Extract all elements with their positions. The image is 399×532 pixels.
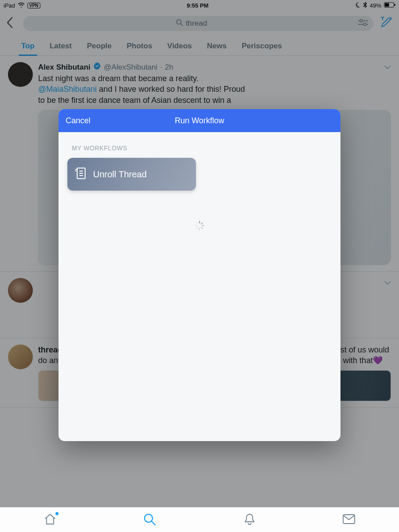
sheet-header: Cancel Run Workflow [59,109,340,132]
document-icon [75,167,87,182]
sheet-title: Run Workflow [175,116,224,125]
svg-line-18 [201,227,203,229]
tab-home-button[interactable] [43,513,57,527]
tab-search-button[interactable] [143,513,156,527]
workflow-card-unroll-thread[interactable]: Unroll Thread [67,158,196,191]
svg-line-24 [152,521,155,525]
cancel-button[interactable]: Cancel [66,109,90,132]
svg-line-16 [201,223,203,224]
svg-line-22 [197,223,198,224]
section-label: MY WORKFLOWS [72,145,332,152]
workflow-label: Unroll Thread [93,169,147,180]
svg-line-20 [197,227,198,229]
bottom-tab-bar [0,507,399,532]
workflow-sheet: Cancel Run Workflow MY WORKFLOWS Unroll … [59,109,340,441]
tab-notifications-button[interactable] [243,513,256,527]
loading-spinner-icon [195,221,204,231]
tab-messages-button[interactable] [342,514,356,526]
notification-dot-icon [55,512,59,515]
